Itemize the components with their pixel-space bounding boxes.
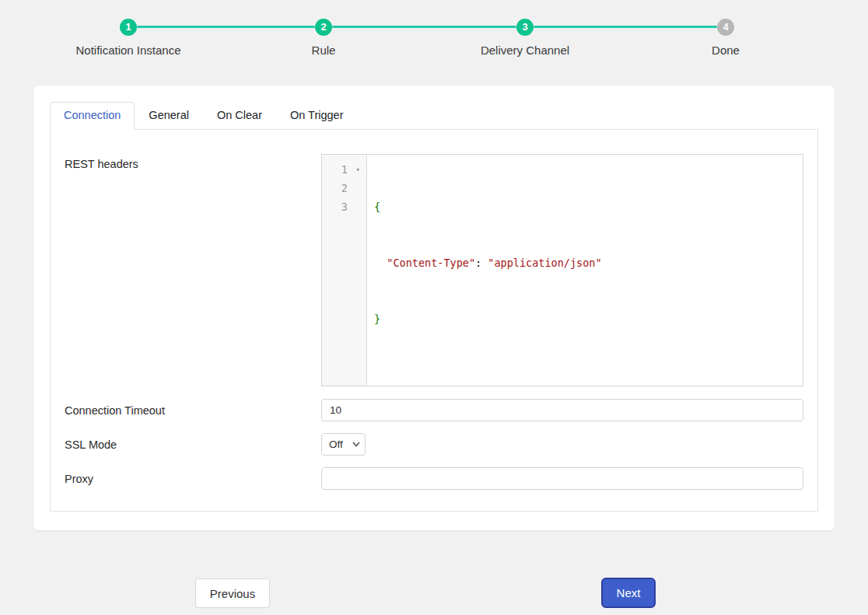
stepper-step-rule[interactable]: 2 Rule: [230, 19, 417, 57]
rest-headers-label: REST headers: [65, 154, 321, 170]
wizard-card: Connection General On Clear On Trigger R…: [33, 86, 835, 530]
step-label: Delivery Channel: [432, 44, 618, 57]
stepper-step-delivery-channel[interactable]: 3 Delivery Channel: [432, 19, 618, 57]
step-label: Rule: [230, 44, 417, 57]
step-number-badge: 4: [717, 19, 734, 36]
proxy-label: Proxy: [65, 473, 321, 485]
ssl-mode-row: SSL Mode Off: [65, 433, 803, 456]
tab-on-trigger[interactable]: On Trigger: [276, 102, 358, 130]
line-number: 2: [322, 179, 366, 197]
line-number: 1 ▾: [322, 160, 366, 179]
ssl-mode-label: SSL Mode: [65, 439, 321, 451]
connection-timeout-input[interactable]: [321, 399, 803, 421]
step-label: Done: [632, 44, 819, 57]
code-area[interactable]: { "Content-Type": "application/json" }: [367, 155, 803, 386]
ssl-mode-select[interactable]: Off: [321, 433, 366, 456]
rest-headers-row: REST headers 1 ▾ 2 3: [65, 154, 803, 386]
stepper-step-notification-instance[interactable]: 1 Notification Instance: [35, 19, 222, 57]
connection-timeout-row: Connection Timeout: [65, 399, 803, 421]
proxy-row: Proxy: [65, 467, 803, 490]
step-number-badge: 3: [516, 19, 534, 36]
editor-gutter: 1 ▾ 2 3: [322, 155, 367, 386]
step-number-badge: 1: [120, 19, 137, 36]
tab-bar: Connection General On Clear On Trigger: [50, 102, 818, 130]
code-line: {: [374, 197, 796, 216]
previous-button[interactable]: Previous: [195, 578, 270, 608]
wizard-screen: 1 Notification Instance 2 Rule 3 Deliver…: [0, 0, 868, 615]
tab-general[interactable]: General: [135, 102, 203, 130]
tab-panel-connection: REST headers 1 ▾ 2 3: [50, 129, 818, 512]
code-editor: 1 ▾ 2 3 { "Content-Ty: [321, 154, 803, 386]
line-number: 3: [322, 197, 366, 216]
tab-connection[interactable]: Connection: [50, 102, 135, 130]
wizard-stepper: 1 Notification Instance 2 Rule 3 Deliver…: [0, 0, 868, 74]
code-line: "Content-Type": "application/json": [374, 253, 796, 272]
fold-arrow-icon[interactable]: ▾: [356, 160, 360, 179]
next-button[interactable]: Next: [601, 578, 656, 608]
tab-on-clear[interactable]: On Clear: [203, 102, 276, 130]
connection-timeout-label: Connection Timeout: [65, 404, 321, 417]
proxy-input[interactable]: [321, 467, 803, 490]
step-label: Notification Instance: [35, 44, 222, 57]
step-number-badge: 2: [315, 19, 332, 36]
code-line: }: [374, 309, 796, 328]
stepper-step-done[interactable]: 4 Done: [632, 19, 819, 57]
